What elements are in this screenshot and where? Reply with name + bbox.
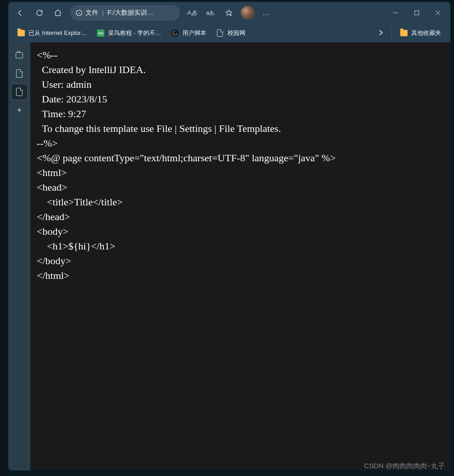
maximize-button[interactable] bbox=[406, 4, 427, 22]
chevron-right-icon bbox=[379, 29, 383, 36]
star-icon bbox=[225, 9, 233, 17]
close-button[interactable] bbox=[427, 4, 448, 22]
home-button[interactable] bbox=[49, 4, 67, 22]
bookmark-label: 菜鸟教程 - 学的不… bbox=[108, 29, 161, 37]
bookmarks-overflow[interactable] bbox=[374, 29, 388, 37]
bookmark-label: 其他收藏夹 bbox=[411, 29, 441, 37]
more-button[interactable]: … bbox=[257, 4, 276, 22]
folder-icon bbox=[400, 29, 408, 37]
background-strip bbox=[0, 0, 8, 476]
close-icon bbox=[435, 10, 441, 16]
profile-avatar[interactable] bbox=[241, 6, 255, 20]
bookmark-runoob[interactable]: </> 菜鸟教程 - 学的不… bbox=[92, 26, 166, 40]
refresh-icon bbox=[35, 9, 44, 17]
content-area: + <%-- Created by IntelliJ IDEA. User: a… bbox=[8, 42, 450, 470]
bookmark-ie-import[interactable]: 已从 Internet Explor… bbox=[13, 26, 91, 40]
sidebar-tab-2[interactable] bbox=[11, 65, 28, 82]
code-view[interactable]: <%-- Created by IntelliJ IDEA. User: adm… bbox=[30, 42, 450, 470]
plus-icon: + bbox=[17, 106, 22, 115]
address-bar[interactable]: 文件 | F:/大数据实训… bbox=[70, 5, 180, 21]
arrow-left-icon bbox=[16, 9, 24, 17]
svg-rect-2 bbox=[415, 11, 419, 15]
info-icon bbox=[75, 9, 83, 17]
address-type: 文件 bbox=[85, 9, 98, 17]
home-icon bbox=[54, 9, 62, 17]
translate-icon: aあ bbox=[206, 9, 215, 17]
collection-icon bbox=[16, 52, 23, 58]
bookmark-userscript[interactable]: 用户脚本 bbox=[167, 26, 211, 40]
translate-button[interactable]: aあ bbox=[201, 4, 220, 22]
document-icon bbox=[16, 88, 23, 96]
maximize-icon bbox=[414, 10, 420, 16]
document-icon bbox=[16, 69, 23, 78]
bookmark-label: 已从 Internet Explor… bbox=[28, 29, 87, 37]
bookmark-other[interactable]: 其他收藏夹 bbox=[396, 26, 446, 40]
sidebar-add[interactable]: + bbox=[11, 102, 28, 119]
sidebar-tab-3-active[interactable] bbox=[11, 84, 28, 100]
more-icon: … bbox=[262, 9, 271, 17]
sidebar: + bbox=[8, 42, 30, 470]
folder-icon bbox=[17, 29, 25, 37]
script-icon bbox=[171, 29, 179, 37]
reader-mode-button[interactable]: Aあ bbox=[183, 4, 201, 22]
favorites-button[interactable] bbox=[220, 4, 238, 22]
titlebar: 文件 | F:/大数据实训… Aあ aあ … bbox=[8, 2, 450, 24]
page-icon bbox=[216, 29, 224, 37]
minimize-icon bbox=[393, 10, 398, 16]
browser-window: 文件 | F:/大数据实训… Aあ aあ … bbox=[8, 2, 450, 470]
divider bbox=[392, 28, 392, 38]
address-path: F:/大数据实训… bbox=[108, 9, 153, 17]
refresh-button[interactable] bbox=[30, 4, 49, 22]
bookmarks-bar: 已从 Internet Explor… </> 菜鸟教程 - 学的不… 用户脚本… bbox=[8, 24, 450, 42]
bookmark-label: 用户脚本 bbox=[182, 29, 206, 37]
bookmark-label: 校园网 bbox=[227, 29, 245, 37]
runoob-icon: </> bbox=[97, 29, 104, 37]
minimize-button[interactable] bbox=[385, 4, 406, 22]
back-button[interactable] bbox=[10, 4, 30, 22]
address-separator: | bbox=[102, 9, 104, 17]
sidebar-tab-1[interactable] bbox=[11, 47, 28, 63]
bookmark-campus[interactable]: 校园网 bbox=[212, 26, 250, 40]
reader-icon: Aあ bbox=[187, 9, 197, 17]
window-controls bbox=[385, 4, 448, 22]
